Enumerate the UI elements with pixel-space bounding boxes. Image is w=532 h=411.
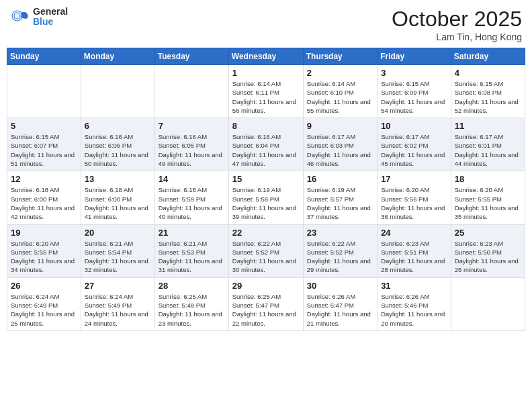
- day-info: Sunrise: 6:26 AM Sunset: 5:47 PM Dayligh…: [307, 292, 373, 328]
- calendar-cell: [7, 65, 81, 118]
- calendar-week-4: 19Sunrise: 6:20 AM Sunset: 5:55 PM Dayli…: [7, 224, 525, 277]
- day-number: 21: [159, 228, 225, 238]
- calendar-table: SundayMondayTuesdayWednesdayThursdayFrid…: [7, 48, 525, 331]
- day-number: 9: [307, 121, 373, 131]
- logo-text: General Blue: [33, 7, 68, 28]
- day-number: 2: [307, 68, 373, 78]
- header-wednesday: Wednesday: [228, 48, 303, 65]
- day-number: 29: [232, 281, 300, 291]
- day-info: Sunrise: 6:21 AM Sunset: 5:53 PM Dayligh…: [159, 239, 225, 275]
- day-number: 28: [159, 281, 225, 291]
- calendar-cell: 14Sunrise: 6:18 AM Sunset: 5:59 PM Dayli…: [154, 171, 228, 224]
- calendar-cell: 23Sunrise: 6:22 AM Sunset: 5:52 PM Dayli…: [303, 224, 377, 277]
- day-number: 19: [11, 228, 77, 238]
- day-number: 7: [159, 121, 225, 131]
- calendar-cell: 3Sunrise: 6:15 AM Sunset: 6:09 PM Daylig…: [378, 65, 451, 118]
- header-tuesday: Tuesday: [154, 48, 228, 65]
- day-info: Sunrise: 6:22 AM Sunset: 5:52 PM Dayligh…: [232, 239, 300, 275]
- calendar-cell: 10Sunrise: 6:17 AM Sunset: 6:02 PM Dayli…: [378, 118, 451, 171]
- day-info: Sunrise: 6:26 AM Sunset: 5:46 PM Dayligh…: [381, 292, 447, 328]
- svg-point-0: [12, 11, 22, 21]
- calendar-cell: 7Sunrise: 6:16 AM Sunset: 6:05 PM Daylig…: [154, 118, 228, 171]
- calendar-cell: 13Sunrise: 6:18 AM Sunset: 6:00 PM Dayli…: [81, 171, 154, 224]
- day-info: Sunrise: 6:17 AM Sunset: 6:01 PM Dayligh…: [455, 132, 521, 168]
- day-info: Sunrise: 6:16 AM Sunset: 6:04 PM Dayligh…: [232, 132, 300, 168]
- calendar-cell: 5Sunrise: 6:15 AM Sunset: 6:07 PM Daylig…: [7, 118, 81, 171]
- day-info: Sunrise: 6:16 AM Sunset: 6:05 PM Dayligh…: [159, 132, 225, 168]
- calendar-cell: 16Sunrise: 6:19 AM Sunset: 5:57 PM Dayli…: [303, 171, 377, 224]
- calendar-cell: 12Sunrise: 6:18 AM Sunset: 6:00 PM Dayli…: [7, 171, 81, 224]
- calendar-cell: 24Sunrise: 6:23 AM Sunset: 5:51 PM Dayli…: [378, 224, 451, 277]
- calendar-cell: 8Sunrise: 6:16 AM Sunset: 6:04 PM Daylig…: [228, 118, 303, 171]
- day-number: 25: [455, 228, 521, 238]
- day-info: Sunrise: 6:18 AM Sunset: 6:00 PM Dayligh…: [11, 185, 77, 221]
- calendar-cell: [451, 277, 525, 330]
- day-number: 10: [381, 121, 447, 131]
- calendar-cell: 29Sunrise: 6:25 AM Sunset: 5:47 PM Dayli…: [228, 277, 303, 330]
- day-number: 24: [381, 228, 447, 238]
- page-header: General Blue October 2025 Lam Tin, Hong …: [7, 7, 525, 42]
- day-number: 23: [307, 228, 373, 238]
- day-info: Sunrise: 6:15 AM Sunset: 6:07 PM Dayligh…: [11, 132, 77, 168]
- calendar-cell: 22Sunrise: 6:22 AM Sunset: 5:52 PM Dayli…: [228, 224, 303, 277]
- calendar-cell: 28Sunrise: 6:25 AM Sunset: 5:48 PM Dayli…: [154, 277, 228, 330]
- day-info: Sunrise: 6:25 AM Sunset: 5:47 PM Dayligh…: [232, 292, 300, 328]
- calendar-cell: 25Sunrise: 6:23 AM Sunset: 5:50 PM Dayli…: [451, 224, 525, 277]
- logo: General Blue: [10, 7, 68, 28]
- day-number: 13: [85, 174, 151, 184]
- day-info: Sunrise: 6:23 AM Sunset: 5:51 PM Dayligh…: [381, 239, 447, 275]
- day-info: Sunrise: 6:14 AM Sunset: 6:10 PM Dayligh…: [307, 79, 373, 115]
- calendar-cell: 21Sunrise: 6:21 AM Sunset: 5:53 PM Dayli…: [154, 224, 228, 277]
- day-number: 20: [85, 228, 151, 238]
- day-info: Sunrise: 6:24 AM Sunset: 5:49 PM Dayligh…: [11, 292, 77, 328]
- day-info: Sunrise: 6:20 AM Sunset: 5:55 PM Dayligh…: [11, 239, 77, 275]
- day-number: 15: [232, 174, 300, 184]
- calendar-cell: 31Sunrise: 6:26 AM Sunset: 5:46 PM Dayli…: [378, 277, 451, 330]
- day-number: 1: [232, 68, 300, 78]
- logo-general: General: [33, 7, 68, 17]
- day-number: 4: [455, 68, 521, 78]
- calendar-cell: [81, 65, 154, 118]
- day-info: Sunrise: 6:24 AM Sunset: 5:49 PM Dayligh…: [85, 292, 151, 328]
- calendar-cell: 20Sunrise: 6:21 AM Sunset: 5:54 PM Dayli…: [81, 224, 154, 277]
- calendar-week-1: 1Sunrise: 6:14 AM Sunset: 6:11 PM Daylig…: [7, 65, 525, 118]
- calendar-week-2: 5Sunrise: 6:15 AM Sunset: 6:07 PM Daylig…: [7, 118, 525, 171]
- calendar-cell: 30Sunrise: 6:26 AM Sunset: 5:47 PM Dayli…: [303, 277, 377, 330]
- day-number: 31: [381, 281, 447, 291]
- logo-icon: [10, 7, 30, 27]
- day-info: Sunrise: 6:21 AM Sunset: 5:54 PM Dayligh…: [85, 239, 151, 275]
- month-title: October 2025: [392, 7, 522, 32]
- day-info: Sunrise: 6:22 AM Sunset: 5:52 PM Dayligh…: [307, 239, 373, 275]
- logo-blue: Blue: [33, 17, 68, 27]
- calendar-cell: [154, 65, 228, 118]
- calendar-week-3: 12Sunrise: 6:18 AM Sunset: 6:00 PM Dayli…: [7, 171, 525, 224]
- calendar-cell: 2Sunrise: 6:14 AM Sunset: 6:10 PM Daylig…: [303, 65, 377, 118]
- calendar-cell: 6Sunrise: 6:16 AM Sunset: 6:06 PM Daylig…: [81, 118, 154, 171]
- calendar-cell: 17Sunrise: 6:20 AM Sunset: 5:56 PM Dayli…: [378, 171, 451, 224]
- calendar-cell: 19Sunrise: 6:20 AM Sunset: 5:55 PM Dayli…: [7, 224, 81, 277]
- calendar-header-row: SundayMondayTuesdayWednesdayThursdayFrid…: [7, 48, 525, 65]
- calendar-cell: 4Sunrise: 6:15 AM Sunset: 6:08 PM Daylig…: [451, 65, 525, 118]
- day-info: Sunrise: 6:20 AM Sunset: 5:56 PM Dayligh…: [381, 185, 447, 221]
- day-info: Sunrise: 6:17 AM Sunset: 6:03 PM Dayligh…: [307, 132, 373, 168]
- day-number: 12: [11, 174, 77, 184]
- day-info: Sunrise: 6:15 AM Sunset: 6:08 PM Dayligh…: [455, 79, 521, 115]
- day-number: 3: [381, 68, 447, 78]
- day-number: 8: [232, 121, 300, 131]
- day-number: 6: [85, 121, 151, 131]
- day-number: 14: [159, 174, 225, 184]
- day-info: Sunrise: 6:19 AM Sunset: 5:58 PM Dayligh…: [232, 185, 300, 221]
- day-info: Sunrise: 6:20 AM Sunset: 5:55 PM Dayligh…: [455, 185, 521, 221]
- day-number: 17: [381, 174, 447, 184]
- day-number: 22: [232, 228, 300, 238]
- day-number: 26: [11, 281, 77, 291]
- day-number: 16: [307, 174, 373, 184]
- header-thursday: Thursday: [303, 48, 377, 65]
- day-info: Sunrise: 6:19 AM Sunset: 5:57 PM Dayligh…: [307, 185, 373, 221]
- calendar-cell: 18Sunrise: 6:20 AM Sunset: 5:55 PM Dayli…: [451, 171, 525, 224]
- header-monday: Monday: [81, 48, 154, 65]
- day-info: Sunrise: 6:17 AM Sunset: 6:02 PM Dayligh…: [381, 132, 447, 168]
- calendar-cell: 11Sunrise: 6:17 AM Sunset: 6:01 PM Dayli…: [451, 118, 525, 171]
- title-block: October 2025 Lam Tin, Hong Kong: [392, 7, 522, 42]
- calendar-cell: 26Sunrise: 6:24 AM Sunset: 5:49 PM Dayli…: [7, 277, 81, 330]
